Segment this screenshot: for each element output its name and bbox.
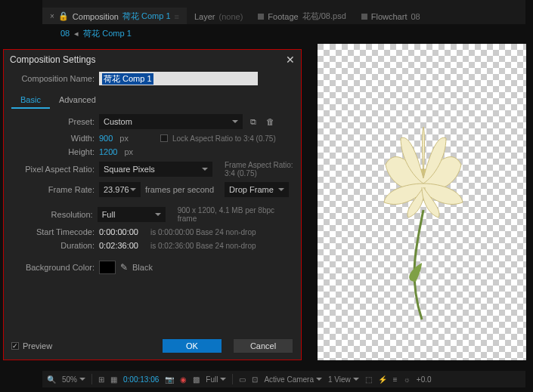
framerate-unit: frames per second (145, 185, 214, 194)
framerate-dropdown[interactable]: 23.976 (99, 182, 141, 197)
dropframe-dropdown[interactable]: Drop Frame (225, 182, 289, 197)
transparency-icon[interactable]: ▩ (193, 375, 200, 384)
tab-footage-name: 花苞/08.psd (302, 11, 346, 22)
tab-comp-name: 荷花 Comp 1 (122, 11, 171, 22)
exposure-value[interactable]: +0.0 (417, 375, 432, 384)
tab-type: Composition (73, 12, 119, 21)
framerate-label: Frame Rate: (11, 185, 95, 194)
lock-aspect-label: Lock Aspect Ratio to 3:4 (0.75) (172, 134, 276, 143)
mask-icon[interactable]: ▦ (110, 375, 117, 384)
width-unit: px (119, 134, 129, 143)
zoom-dropdown[interactable]: 50% (62, 375, 85, 384)
footage-icon (258, 14, 264, 20)
crumb-root[interactable]: 08 (60, 29, 70, 38)
fast-preview-icon[interactable]: ⚡ (378, 375, 387, 384)
tab-advanced[interactable]: Advanced (50, 92, 105, 109)
preset-dropdown[interactable]: Custom (99, 114, 243, 129)
tab-footage[interactable]: Footage 花苞/08.psd (250, 8, 353, 24)
timeline-icon[interactable]: ≡ (393, 375, 398, 384)
tab-menu-icon[interactable]: ≡ (175, 12, 179, 21)
composition-viewer[interactable] (318, 44, 526, 360)
close-icon[interactable]: × (50, 12, 54, 20)
channel-icon[interactable]: ◉ (180, 375, 187, 384)
dialog-title: Composition Settings (10, 54, 95, 65)
resolution-label: Resolution: (11, 210, 93, 219)
cancel-button[interactable]: Cancel (233, 338, 293, 353)
duration-value[interactable]: 0:02:36:00 (99, 241, 138, 250)
lock-icon: 🔒 (58, 11, 69, 21)
grid-icon[interactable]: ⊞ (98, 375, 104, 384)
magnify-icon[interactable]: 🔍 (47, 375, 56, 384)
save-preset-icon[interactable]: ⧉ (247, 116, 259, 128)
flowchart-icon (361, 14, 367, 20)
width-value[interactable]: 900 (99, 134, 113, 143)
tab-basic[interactable]: Basic (11, 92, 50, 109)
duration-info: is 0:02:36:00 Base 24 non-drop (150, 242, 256, 250)
duration-label: Duration: (11, 241, 95, 250)
height-unit: px (124, 147, 133, 156)
viewer-toolbar: 🔍 50% ⊞ ▦ 0:00:13:06 📷 ◉ ▩ Full ▭ ⊡ Acti… (42, 371, 525, 387)
comp-name-input[interactable]: 荷花 Comp 1 (99, 72, 258, 85)
workspace-tabs: × 🔒 Composition 荷花 Comp 1 ≡ Layer (none)… (42, 0, 525, 24)
lock-aspect-checkbox[interactable] (160, 134, 168, 142)
tab-flowchart-name: 08 (411, 12, 420, 21)
camera-dropdown[interactable]: Active Camera (264, 375, 322, 384)
breadcrumb: 08 ◂ 荷花 Comp 1 (60, 26, 132, 41)
chevron-down-icon (155, 213, 161, 216)
comp-name-label: Composition Name: (11, 74, 95, 83)
current-time[interactable]: 0:00:13:06 (123, 375, 159, 384)
chevron-down-icon (232, 120, 238, 123)
eyedropper-icon[interactable]: ✎ (120, 262, 128, 273)
bgcolor-label: Background Color: (11, 263, 95, 272)
start-timecode-label: Start Timecode: (11, 227, 95, 236)
tab-type: Layer (194, 12, 215, 21)
views-dropdown[interactable]: 1 View (328, 375, 359, 384)
region-icon[interactable]: ⊡ (252, 375, 258, 384)
par-dropdown[interactable]: Square Pixels (99, 162, 212, 177)
start-timecode-value[interactable]: 0:00:00:00 (99, 227, 138, 236)
composition-settings-dialog: Composition Settings ✕ Composition Name:… (3, 49, 302, 360)
resolution-dropdown[interactable]: Full (98, 207, 166, 222)
ok-button[interactable]: OK (162, 338, 222, 353)
preview-checkbox[interactable] (11, 342, 19, 350)
height-value[interactable]: 1200 (99, 147, 117, 156)
view-icon[interactable]: ▭ (239, 375, 246, 384)
tab-type: Flowchart (371, 12, 407, 21)
chevron-down-icon (278, 188, 284, 191)
preview-label: Preview (23, 341, 52, 350)
tab-layer[interactable]: Layer (none) (187, 8, 250, 24)
tab-layer-name: (none) (219, 12, 243, 21)
tab-type: Footage (268, 12, 298, 21)
pixel-aspect-icon[interactable]: ⬚ (365, 375, 372, 384)
start-timecode-info: is 0:00:00:00 Base 24 non-drop (150, 228, 256, 236)
far-value: 3:4 (0.75) (225, 169, 293, 177)
exposure-icon[interactable]: ☼ (404, 375, 411, 384)
crumb-comp[interactable]: 荷花 Comp 1 (83, 28, 132, 39)
chevron-left-icon: ◂ (74, 29, 79, 39)
chevron-down-icon (202, 168, 208, 171)
preset-label: Preset: (11, 117, 95, 126)
close-icon[interactable]: ✕ (286, 54, 295, 66)
tab-composition[interactable]: × 🔒 Composition 荷花 Comp 1 ≡ (42, 8, 187, 24)
preview-content (363, 112, 484, 323)
dialog-tabs: Basic Advanced (11, 92, 301, 109)
tab-flowchart[interactable]: Flowchart 08 (354, 8, 428, 24)
quality-dropdown[interactable]: Full (206, 375, 226, 384)
far-label: Frame Aspect Ratio: (225, 161, 293, 169)
height-label: Height: (11, 147, 95, 156)
par-label: Pixel Aspect Ratio: (11, 165, 95, 174)
bgcolor-name: Black (132, 263, 153, 272)
snapshot-icon[interactable]: 📷 (165, 375, 174, 384)
chevron-down-icon (130, 188, 136, 191)
bgcolor-swatch[interactable] (99, 261, 116, 274)
resolution-info: 900 x 1200, 4.1 MB per 8bpc frame (178, 206, 293, 223)
delete-preset-icon[interactable]: 🗑 (264, 116, 276, 128)
width-label: Width: (11, 134, 95, 143)
